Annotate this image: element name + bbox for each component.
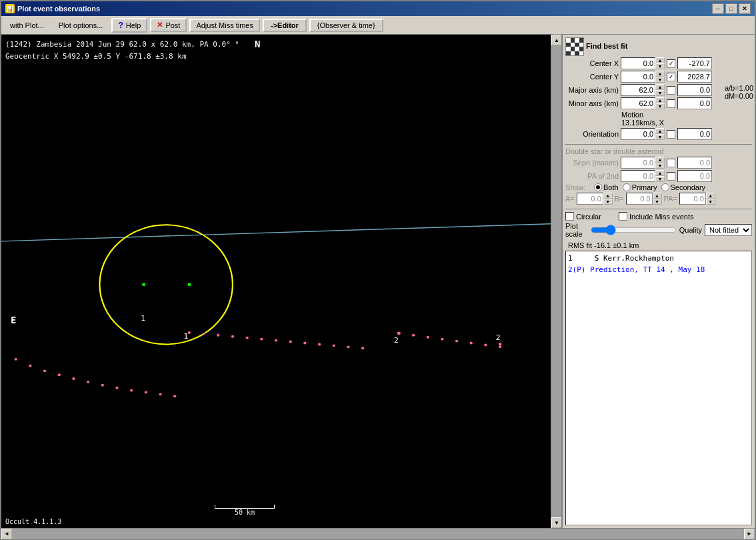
maximize-button[interactable]: □ <box>725 3 737 14</box>
show-primary-radio[interactable] <box>623 183 631 191</box>
orientation-checkbox[interactable] <box>667 130 675 139</box>
pa2nd-input[interactable] <box>621 170 655 182</box>
pa2nd-up[interactable]: ▲ <box>655 170 665 176</box>
major-axis-checkbox[interactable] <box>667 86 675 95</box>
major-axis-spin-buttons[interactable]: ▲ ▼ <box>655 84 665 96</box>
center-y-input[interactable] <box>621 71 655 83</box>
sepn-spinner[interactable]: ▲ ▼ <box>621 157 665 169</box>
with-plot-button[interactable]: with Plot... <box>4 19 50 31</box>
show-both-radio[interactable] <box>594 183 602 191</box>
center-y-spin-buttons[interactable]: ▲ ▼ <box>655 71 665 83</box>
adjust-miss-button[interactable]: Adjust Miss times <box>189 19 260 32</box>
minor-axis-checkbox[interactable] <box>667 99 675 108</box>
major-axis-down[interactable]: ▼ <box>655 90 665 96</box>
pa-up[interactable]: ▲ <box>706 193 715 199</box>
scroll-down-button[interactable]: ▼ <box>551 517 562 528</box>
circular-checkbox[interactable] <box>565 212 574 221</box>
post-button[interactable]: ✕ Post <box>150 18 187 32</box>
orientation-down[interactable]: ▼ <box>655 134 665 140</box>
pa-input[interactable] <box>679 193 706 205</box>
close-button[interactable]: ✕ <box>739 3 751 14</box>
pa-spinner[interactable]: ▲ ▼ <box>679 193 715 205</box>
sepn-result[interactable] <box>677 157 712 169</box>
center-y-up[interactable]: ▲ <box>655 71 665 77</box>
center-x-down[interactable]: ▼ <box>655 63 665 69</box>
pa2nd-row: PA of 2nd ▲ ▼ <box>565 170 752 182</box>
horizontal-scrollbar[interactable]: ◄ ► <box>1 528 755 539</box>
b-down[interactable]: ▼ <box>653 199 662 205</box>
a-up[interactable]: ▲ <box>603 193 613 199</box>
center-y-spinner[interactable]: ▲ ▼ <box>621 71 665 83</box>
plot-options-button[interactable]: Plot options... <box>53 19 109 31</box>
pa2nd-checkbox[interactable] <box>667 172 675 181</box>
center-y-down[interactable]: ▼ <box>655 77 665 83</box>
pa2nd-spin-buttons[interactable]: ▲ ▼ <box>655 170 665 182</box>
orientation-spinner[interactable]: ▲ ▼ <box>621 128 665 140</box>
show-secondary-option[interactable]: Secondary <box>661 183 706 191</box>
major-axis-up[interactable]: ▲ <box>655 84 665 90</box>
b-input[interactable] <box>626 193 653 205</box>
b-spinner[interactable]: ▲ ▼ <box>626 193 662 205</box>
show-both-option[interactable]: Both <box>594 183 619 191</box>
major-axis-result[interactable] <box>677 84 712 96</box>
center-x-input[interactable] <box>621 57 655 69</box>
minor-axis-down[interactable]: ▼ <box>655 103 665 109</box>
a-spin-buttons[interactable]: ▲ ▼ <box>603 193 613 205</box>
b-spin-buttons[interactable]: ▲ ▼ <box>653 193 662 205</box>
find-best-fit-row: Find best fit <box>565 37 752 56</box>
center-y-checkbox[interactable] <box>667 73 675 81</box>
sepn-spin-buttons[interactable]: ▲ ▼ <box>655 157 665 169</box>
svg-point-35 <box>333 344 335 347</box>
a-spinner[interactable]: ▲ ▼ <box>577 193 613 205</box>
minor-axis-result[interactable] <box>677 97 712 109</box>
quality-select[interactable]: Not fitted <box>705 224 752 236</box>
show-primary-option[interactable]: Primary <box>623 183 657 191</box>
center-x-up[interactable]: ▲ <box>655 57 665 63</box>
orientation-input[interactable] <box>621 128 655 140</box>
observer-button[interactable]: {Observer & time} <box>309 19 383 32</box>
help-button[interactable]: ? Help <box>111 18 147 33</box>
pa2nd-result[interactable] <box>677 170 712 182</box>
center-y-result[interactable] <box>677 71 712 83</box>
scale-bar: 50 km <box>215 505 275 516</box>
pa-spin-buttons[interactable]: ▲ ▼ <box>706 193 715 205</box>
orientation-spin-buttons[interactable]: ▲ ▼ <box>655 128 665 140</box>
a-input[interactable] <box>577 193 603 205</box>
scroll-right-button[interactable]: ► <box>744 529 755 539</box>
pa-down[interactable]: ▼ <box>706 199 715 205</box>
a-down[interactable]: ▼ <box>603 199 613 205</box>
sepn-down[interactable]: ▼ <box>655 163 665 169</box>
horizontal-scroll-track[interactable] <box>12 529 744 539</box>
plot-container[interactable]: 1 1 2 2 (1242) Zambesia 2014 Jun 29 62.0… <box>1 35 551 528</box>
minor-axis-up[interactable]: ▲ <box>655 97 665 103</box>
b-up[interactable]: ▲ <box>653 193 662 199</box>
minor-axis-spin-buttons[interactable]: ▲ ▼ <box>655 97 665 109</box>
center-x-spin-buttons[interactable]: ▲ ▼ <box>655 57 665 69</box>
orientation-result[interactable] <box>677 128 712 140</box>
sepn-up[interactable]: ▲ <box>655 157 665 163</box>
editor-button[interactable]: ->Editor <box>263 19 307 32</box>
scroll-track[interactable] <box>551 45 561 517</box>
scroll-up-button[interactable]: ▲ <box>551 35 562 45</box>
center-x-result[interactable] <box>677 57 712 69</box>
include-miss-checkbox[interactable] <box>619 212 627 221</box>
center-x-checkbox[interactable] <box>667 59 675 68</box>
major-axis-spinner[interactable]: ▲ ▼ <box>621 84 665 96</box>
center-x-spinner[interactable]: ▲ ▼ <box>621 57 665 69</box>
pa2nd-down[interactable]: ▼ <box>655 176 665 182</box>
pa2nd-label: PA of 2nd <box>565 172 619 180</box>
sepn-checkbox[interactable] <box>667 159 675 167</box>
minor-axis-input[interactable] <box>621 97 655 109</box>
plot-scale-slider[interactable] <box>591 225 677 235</box>
minor-axis-spinner[interactable]: ▲ ▼ <box>621 97 665 109</box>
sepn-input[interactable] <box>621 157 655 169</box>
b-label: B= <box>615 195 624 203</box>
major-axis-input[interactable] <box>621 84 655 96</box>
scroll-left-button[interactable]: ◄ <box>1 529 12 539</box>
pa2nd-spinner[interactable]: ▲ ▼ <box>621 170 665 182</box>
minimize-button[interactable]: ─ <box>712 3 724 14</box>
title-bar-left: 📊 Plot event observations <box>5 4 100 13</box>
vertical-scrollbar[interactable]: ▲ ▼ <box>551 35 561 528</box>
show-secondary-radio[interactable] <box>661 183 669 191</box>
orientation-up[interactable]: ▲ <box>655 128 665 134</box>
